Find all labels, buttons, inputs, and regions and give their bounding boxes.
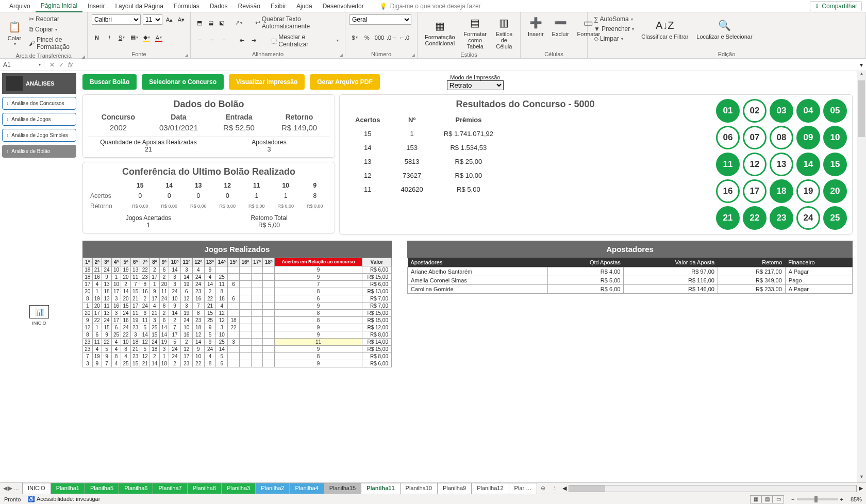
- visualizar-impressao-button[interactable]: Visualizar Impressão: [229, 74, 305, 90]
- buscar-bolao-button[interactable]: Buscar Bolão: [82, 74, 137, 90]
- scroll-thumb[interactable]: [858, 80, 865, 137]
- scroll-down-icon[interactable]: ▼: [857, 474, 866, 482]
- percent-icon[interactable]: %: [362, 33, 372, 42]
- accept-formula-icon[interactable]: ✓: [59, 61, 64, 69]
- expand-formula-icon[interactable]: ▾: [857, 61, 866, 69]
- gerar-pdf-button[interactable]: Gerar Arquivo PDF: [310, 74, 380, 90]
- align-top-icon[interactable]: ⬒: [195, 18, 204, 27]
- font-dialog-icon[interactable]: ◢: [185, 53, 188, 58]
- increase-font-icon[interactable]: A▴: [164, 15, 174, 24]
- painter-button[interactable]: 🖌Pincel de Formatação: [27, 35, 83, 52]
- sheet-tab[interactable]: Plar …: [509, 483, 538, 494]
- tab-pagina-inicial[interactable]: Página Inicial: [36, 0, 82, 12]
- share-button[interactable]: ⇪ Compartilhar: [810, 1, 862, 11]
- align-dialog-icon[interactable]: ◢: [339, 53, 343, 58]
- nav-analise-concursos[interactable]: ›Análise dos Concursos: [2, 97, 76, 110]
- tab-formulas[interactable]: Fórmulas: [169, 1, 205, 12]
- find-select-button[interactable]: 🔍Localizar e Selecionar: [693, 17, 755, 41]
- sheet-tab[interactable]: Planilha4: [289, 483, 324, 494]
- sheet-tab[interactable]: Planilha7: [153, 483, 187, 494]
- wrap-text-button[interactable]: ↩Quebrar Texto Automaticamente: [253, 14, 341, 31]
- tab-arquivo[interactable]: Arquivo: [4, 1, 36, 12]
- nav-analise-bolao[interactable]: ›Análise de Bolão: [2, 145, 76, 158]
- vertical-scrollbar[interactable]: ▲ ▼: [857, 71, 866, 482]
- zoom-level[interactable]: 85%: [851, 496, 862, 502]
- selecionar-concurso-button[interactable]: Selecionar o Concurso: [142, 74, 224, 90]
- tab-revisao[interactable]: Revisão: [233, 1, 265, 12]
- cond-format-button[interactable]: ▦Formatação Condicional: [422, 18, 458, 47]
- printmode-select[interactable]: Retrato: [447, 80, 504, 90]
- number-dialog-icon[interactable]: ◢: [411, 53, 415, 58]
- orientation-icon[interactable]: ↗▾: [234, 18, 243, 27]
- tab-inserir[interactable]: Inserir: [82, 1, 110, 12]
- border-button[interactable]: ▦▾: [129, 33, 139, 42]
- decrease-font-icon[interactable]: A▾: [176, 15, 186, 24]
- clear-button[interactable]: ◇Limpar▾: [592, 34, 636, 43]
- sheet-tab[interactable]: Planilha1: [51, 483, 85, 494]
- tab-layout[interactable]: Layout da Página: [110, 1, 168, 12]
- cell-styles-button[interactable]: ▥Estilos de Célula: [492, 14, 516, 51]
- page-break-view-icon[interactable]: ▭: [773, 495, 784, 503]
- underline-button[interactable]: S▾: [116, 33, 127, 42]
- sort-filter-button[interactable]: A↓ZClassificar e Filtrar: [638, 17, 691, 41]
- sheet-tab[interactable]: Planilha6: [119, 483, 153, 494]
- delete-cells-button[interactable]: ➖Excluir: [549, 14, 572, 38]
- nav-analise-jogos[interactable]: ›Análise de Jogos: [2, 113, 76, 126]
- scroll-up-icon[interactable]: ▲: [857, 71, 866, 79]
- fx-icon[interactable]: fx: [68, 61, 73, 69]
- merge-button[interactable]: ⬚Mesclar e Centralizar▾: [269, 32, 341, 49]
- new-sheet-button[interactable]: ⊕: [537, 485, 549, 492]
- insert-cells-button[interactable]: ➕Inserir: [525, 14, 547, 38]
- format-table-button[interactable]: ▤Formatar como Tabela: [460, 14, 490, 51]
- number-format-select[interactable]: Geral: [349, 14, 411, 25]
- cut-button[interactable]: ✂Recortar: [27, 14, 83, 24]
- normal-view-icon[interactable]: ▦: [750, 495, 761, 503]
- font-name-select[interactable]: Calibri: [92, 14, 141, 25]
- sheet-tab[interactable]: Planilha12: [471, 483, 509, 494]
- align-left-icon[interactable]: ≡: [195, 36, 205, 45]
- hscroll-right-icon[interactable]: ▶: [859, 485, 863, 492]
- align-right-icon[interactable]: ≡: [219, 36, 229, 45]
- sheet-tab[interactable]: Planilha2: [255, 483, 290, 494]
- sheet-tab[interactable]: Planilha15: [324, 483, 361, 494]
- autosum-button[interactable]: ∑AutoSoma▾: [592, 14, 636, 24]
- align-center-icon[interactable]: ≡: [207, 36, 216, 45]
- sheet-tab[interactable]: Planilha8: [187, 483, 222, 494]
- fill-button[interactable]: ▼Preencher▾: [592, 24, 636, 33]
- align-middle-icon[interactable]: ⬓: [206, 18, 215, 27]
- sheet-nav-next-icon[interactable]: ▶: [8, 485, 12, 492]
- nav-analise-jogo-simples[interactable]: ›Análise de Jogo Simples: [2, 129, 76, 142]
- currency-icon[interactable]: $▾: [349, 33, 360, 42]
- zoom-thumb[interactable]: [814, 496, 818, 502]
- sheet-tab[interactable]: Planilha5: [85, 483, 119, 494]
- font-size-select[interactable]: 11: [143, 14, 162, 25]
- sheet-tab[interactable]: Planilha11: [361, 483, 400, 494]
- align-bottom-icon[interactable]: ⬕: [218, 18, 227, 27]
- tab-ajuda[interactable]: Ajuda: [291, 1, 318, 12]
- tab-desenvolvedor[interactable]: Desenvolvedor: [318, 1, 369, 12]
- sheet-nav-more-icon[interactable]: …: [13, 485, 19, 492]
- zoom-slider[interactable]: − +: [791, 496, 843, 502]
- sheet-tab[interactable]: Planilha9: [437, 483, 472, 494]
- hscroll-left-icon[interactable]: ◀: [562, 485, 567, 492]
- paste-button[interactable]: 📋Colar▾: [4, 19, 25, 48]
- namebox-dropdown-icon[interactable]: ▾: [39, 62, 41, 67]
- fill-color-button[interactable]: ◆▾: [141, 33, 152, 42]
- hscroll-thumb[interactable]: [569, 485, 605, 492]
- cancel-formula-icon[interactable]: ✕: [49, 61, 55, 69]
- name-box[interactable]: A1▾: [0, 61, 44, 69]
- bold-button[interactable]: N: [92, 33, 102, 42]
- thousands-icon[interactable]: 000: [374, 33, 385, 42]
- accessibility-status[interactable]: ♿ Acessibilidade: investigar: [28, 496, 100, 502]
- clipboard-dialog-icon[interactable]: ◢: [81, 54, 85, 59]
- page-layout-view-icon[interactable]: ▤: [761, 495, 773, 503]
- indent-inc-icon[interactable]: ⇥: [249, 36, 259, 45]
- sheet-tab[interactable]: INICIO: [22, 483, 51, 494]
- horizontal-scrollbar[interactable]: ◀ ▶: [559, 485, 866, 492]
- sheet-nav-prev-icon[interactable]: ◀: [3, 485, 7, 492]
- indent-dec-icon[interactable]: ⇤: [237, 36, 247, 45]
- dec-decimal-icon[interactable]: ←.0: [399, 33, 409, 42]
- tab-dados[interactable]: Dados: [205, 1, 233, 12]
- copy-button[interactable]: ⧉Copiar▾: [27, 25, 83, 34]
- tab-exibir[interactable]: Exibir: [265, 1, 291, 12]
